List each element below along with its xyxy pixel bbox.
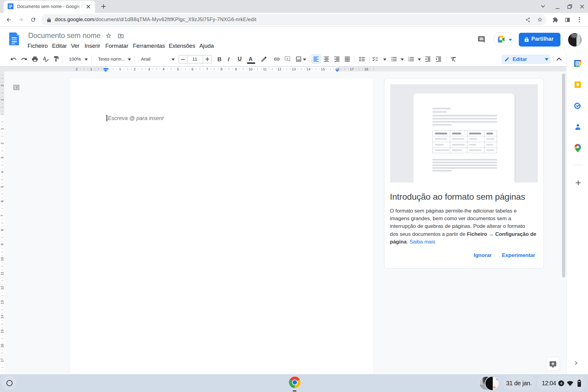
svg-text:31: 31 bbox=[576, 62, 579, 65]
